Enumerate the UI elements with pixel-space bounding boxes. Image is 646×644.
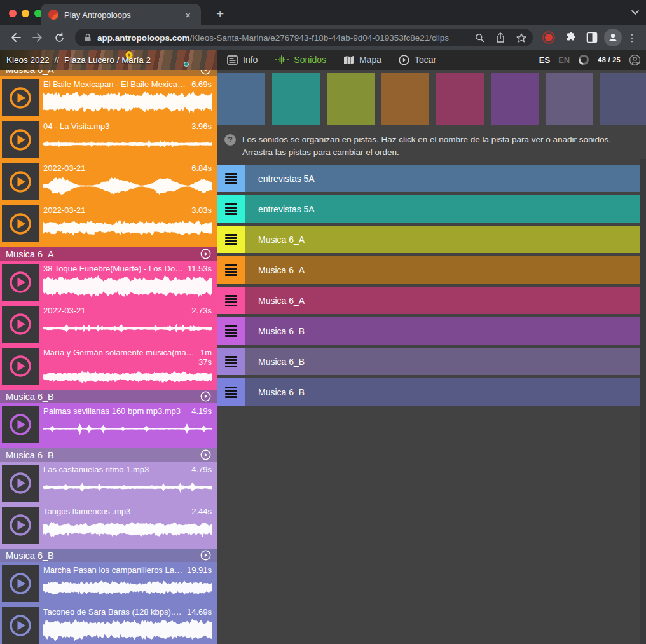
track-row[interactable]: Musica 6_B xyxy=(217,348,641,375)
tab-search-chevron-icon[interactable] xyxy=(631,10,640,16)
track-section-name[interactable]: Musica 6_B xyxy=(6,450,54,460)
track-row-body[interactable]: entrevistas 5A xyxy=(245,165,641,192)
clip-item[interactable]: María y Germán solamente música(maría 2.… xyxy=(0,346,217,386)
section-play-circle-icon[interactable] xyxy=(200,249,211,259)
section-play-circle-icon[interactable] xyxy=(200,449,211,460)
account-icon[interactable] xyxy=(629,54,641,66)
track-drag-handle[interactable] xyxy=(217,317,245,345)
clip-play-button[interactable] xyxy=(2,406,39,443)
lock-icon[interactable] xyxy=(84,33,92,42)
clip-item[interactable]: El Baile Mexicapan - El Baile Mexicapan.… xyxy=(0,78,217,118)
track-color-square[interactable] xyxy=(272,73,320,125)
clip-play-button[interactable] xyxy=(2,565,39,602)
browser-profile-avatar[interactable] xyxy=(604,29,622,46)
clip-play-button[interactable] xyxy=(2,205,39,242)
language-es-button[interactable]: ES xyxy=(539,55,550,65)
track-row[interactable]: entrevistas 5A xyxy=(217,165,641,192)
extensions-puzzle-icon[interactable] xyxy=(561,28,580,47)
language-en-button[interactable]: EN xyxy=(558,55,570,65)
close-window-button[interactable] xyxy=(9,10,17,17)
track-row[interactable]: entrevistas 5A xyxy=(217,195,641,223)
clip-item[interactable]: 2022-03-21 2.73s xyxy=(0,305,217,344)
track-section-header[interactable]: Musica 6_B xyxy=(0,448,217,462)
reload-button[interactable] xyxy=(50,28,69,47)
split-view-icon[interactable] xyxy=(582,28,601,47)
clip-play-button[interactable] xyxy=(2,264,39,301)
clip-item[interactable]: 38 Toque Funebre(Muerte) - Los Doce Par.… xyxy=(0,263,217,302)
track-row-body[interactable]: Musica 6_B xyxy=(245,317,641,345)
track-row[interactable]: Musica 6_A xyxy=(217,256,641,284)
clip-play-button[interactable] xyxy=(2,163,39,200)
new-tab-button[interactable]: + xyxy=(212,5,228,23)
track-color-square[interactable] xyxy=(436,73,484,125)
track-row[interactable]: Musica 6_A xyxy=(217,287,641,314)
track-row[interactable]: Musica 6_B xyxy=(217,317,641,345)
track-section-header[interactable]: Musica 6_A xyxy=(0,70,217,76)
nav-item-info[interactable]: Info xyxy=(227,55,258,65)
browser-tab[interactable]: Play Antropoloops × xyxy=(41,4,201,25)
scrollbar-gutter[interactable] xyxy=(640,159,646,644)
clip-play-button[interactable] xyxy=(2,348,39,385)
track-row-body[interactable]: Musica 6_A xyxy=(245,287,641,314)
track-drag-handle[interactable] xyxy=(217,226,245,253)
track-section-header[interactable]: Musica 6_B xyxy=(0,549,217,562)
record-extension-icon[interactable] xyxy=(539,28,558,47)
section-play-circle-icon[interactable] xyxy=(200,391,211,402)
address-bar[interactable]: app.antropoloops.com/Kleos-Santa-Marina/… xyxy=(75,29,533,46)
track-section-name[interactable]: Musica 6_B xyxy=(6,392,54,402)
minimize-window-button[interactable] xyxy=(22,10,29,17)
clip-item[interactable]: Taconeo de Sara Baras (128 kbps).mp3 14.… xyxy=(0,606,217,644)
track-color-square[interactable] xyxy=(381,73,429,125)
track-row-body[interactable]: Musica 6_A xyxy=(245,226,641,253)
nav-item-sonidos[interactable]: Sonidos xyxy=(275,55,326,65)
track-color-square[interactable] xyxy=(491,73,539,125)
track-section-name[interactable]: Musica 6_A xyxy=(6,70,54,75)
track-row-body[interactable]: entrevistas 5A xyxy=(245,195,641,223)
track-row-body[interactable]: Musica 6_B xyxy=(245,348,641,375)
track-color-square[interactable] xyxy=(327,73,375,125)
breadcrumb-project[interactable]: Kleos 2022 xyxy=(6,55,50,65)
browser-menu-kebab-icon[interactable]: ⋮ xyxy=(624,32,640,44)
clip-item[interactable]: 2022-03-21 3.03s xyxy=(0,204,217,243)
share-icon[interactable] xyxy=(493,28,508,47)
tab-close-icon[interactable]: × xyxy=(182,9,193,21)
clip-item[interactable]: 2022-03-21 6.84s xyxy=(0,162,217,202)
track-drag-handle[interactable] xyxy=(217,256,245,284)
track-drag-handle[interactable] xyxy=(217,195,245,223)
track-section-name[interactable]: Musica 6_B xyxy=(6,551,54,561)
track-drag-handle[interactable] xyxy=(217,348,245,375)
breadcrumb-page[interactable]: Plaza Lucero / María 2 xyxy=(64,55,151,65)
clip-play-button[interactable] xyxy=(2,306,39,343)
track-row-body[interactable]: Musica 6_B xyxy=(245,378,641,406)
nav-item-mapa[interactable]: Mapa xyxy=(343,55,381,65)
clip-item[interactable]: Las castañuelas ritmo 1.mp3 4.79s xyxy=(0,463,217,503)
section-play-circle-icon[interactable] xyxy=(200,70,211,75)
clip-item[interactable]: Palmas sevillanas 160 bpm mp3.mp3 4.19s xyxy=(0,405,217,444)
track-drag-handle[interactable] xyxy=(217,287,245,314)
clip-play-button[interactable] xyxy=(2,79,39,116)
bookmark-star-icon[interactable] xyxy=(514,28,529,47)
nav-item-tocar[interactable]: Tocar xyxy=(399,55,436,65)
clip-play-button[interactable] xyxy=(2,607,39,644)
search-icon[interactable] xyxy=(472,28,487,47)
clip-play-button[interactable] xyxy=(2,507,39,544)
track-color-square[interactable] xyxy=(600,73,646,125)
forward-button[interactable] xyxy=(28,28,47,47)
clip-item[interactable]: Tangos flamencos .mp3 2.44s xyxy=(0,505,217,545)
clip-item[interactable]: Marcha Pasan los campanilleros Las Mejor… xyxy=(0,564,217,603)
window-controls[interactable] xyxy=(9,10,42,17)
track-row[interactable]: Musica 6_B xyxy=(217,378,641,406)
track-section-header[interactable]: Musica 6_B xyxy=(0,390,217,403)
track-row[interactable]: Musica 6_A xyxy=(217,226,641,253)
track-section-header[interactable]: Musica 6_A xyxy=(0,247,217,261)
track-row-body[interactable]: Musica 6_A xyxy=(245,256,641,284)
url-text[interactable]: app.antropoloops.com/Kleos-Santa-Marina/… xyxy=(97,33,466,43)
section-play-circle-icon[interactable] xyxy=(200,550,211,561)
track-drag-handle[interactable] xyxy=(217,165,245,192)
clip-play-button[interactable] xyxy=(2,465,39,502)
clip-play-button[interactable] xyxy=(2,121,39,158)
back-button[interactable] xyxy=(6,28,25,47)
track-color-square[interactable] xyxy=(217,73,265,125)
track-section-name[interactable]: Musica 6_A xyxy=(6,249,54,259)
clip-item[interactable]: 04 - La Visita.mp3 3.96s xyxy=(0,120,217,160)
